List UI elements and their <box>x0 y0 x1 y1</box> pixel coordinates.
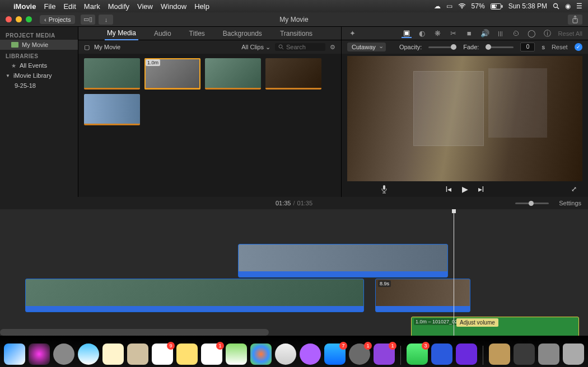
dock-contacts-icon[interactable] <box>127 344 148 365</box>
dock-maps-icon[interactable] <box>226 344 247 365</box>
dock-preferences-icon[interactable]: 1 <box>349 344 370 365</box>
menu-help[interactable]: Help <box>194 2 209 11</box>
volume-icon[interactable]: 🔊 <box>480 29 490 38</box>
tab-backgrounds[interactable]: Backgrounds <box>221 27 264 40</box>
close-window-button[interactable] <box>6 16 12 22</box>
stabilize-icon[interactable]: ■ <box>464 29 474 38</box>
menu-edit[interactable]: Edit <box>63 2 76 11</box>
sidebar-item-project[interactable]: My Movie <box>0 40 78 50</box>
dock-finder-icon[interactable] <box>4 344 25 365</box>
reset-button[interactable]: Reset <box>552 44 568 50</box>
dock-safari-icon[interactable] <box>78 344 99 365</box>
timeline-cutaway-clip[interactable] <box>238 244 448 277</box>
clip-filter-dropdown[interactable]: All Clips ⌄ <box>241 44 270 51</box>
clock[interactable]: Sun 5:38 PM <box>508 2 547 10</box>
media-clip[interactable] <box>265 58 321 90</box>
timeline-audio-clip[interactable]: 1.0m – 101027_025 Adjust volume <box>411 317 579 336</box>
timeline-video-clip[interactable]: 8.9s <box>375 279 470 312</box>
dock-package-icon[interactable] <box>489 344 510 365</box>
menu-window[interactable]: Window <box>161 2 186 11</box>
tab-transitions[interactable]: Transitions <box>278 27 315 40</box>
crop-icon[interactable]: ✂ <box>449 29 459 38</box>
media-clip[interactable] <box>84 58 140 90</box>
enhance-icon[interactable]: ✦ <box>347 29 357 38</box>
menu-modify[interactable]: Modify <box>108 2 129 11</box>
fullscreen-icon[interactable]: ⤢ <box>571 185 577 193</box>
dock-notes-icon[interactable] <box>102 344 124 365</box>
dock-podcasts-icon[interactable] <box>300 344 321 365</box>
back-to-projects-button[interactable]: ‹ Projects <box>40 15 75 24</box>
dock-folder-icon[interactable] <box>514 344 535 365</box>
info-icon[interactable]: ⓘ <box>543 29 553 38</box>
filter-icon[interactable]: ◯ <box>527 29 537 38</box>
menu-file[interactable]: File <box>44 2 55 11</box>
next-frame-button[interactable]: ▸I <box>478 185 484 194</box>
dock-reminders-icon[interactable]: 1 <box>201 344 222 365</box>
timeline-video-clip[interactable] <box>25 279 364 312</box>
share-button[interactable] <box>568 15 582 25</box>
zoom-slider[interactable] <box>515 203 549 204</box>
notification-center-icon[interactable]: ☰ <box>576 2 582 10</box>
wifi-icon[interactable] <box>458 3 466 9</box>
tab-titles[interactable]: Titles <box>187 27 207 40</box>
color-correction-icon[interactable]: ❋ <box>433 29 443 38</box>
timeline-settings-button[interactable]: Settings <box>559 200 581 206</box>
dock-calendar-icon[interactable]: 9 <box>152 344 173 365</box>
minimize-window-button[interactable] <box>16 16 22 22</box>
dock-messages-icon[interactable]: 3 <box>407 344 428 365</box>
fade-slider[interactable] <box>486 46 514 48</box>
speed-icon[interactable]: ⏲ <box>511 29 521 38</box>
battery-icon[interactable] <box>491 3 503 10</box>
siri-icon[interactable]: ◉ <box>565 2 571 10</box>
tab-audio[interactable]: Audio <box>152 27 174 40</box>
noise-reduction-icon[interactable]: ⫼ <box>496 29 506 38</box>
dock-itunes-icon[interactable] <box>275 344 296 365</box>
preview-viewport[interactable] <box>347 56 582 181</box>
sidebar-toggle-icon[interactable]: ▢ <box>84 44 90 51</box>
sidebar-item-event[interactable]: 9-25-18 <box>0 81 78 91</box>
search-field[interactable] <box>275 43 325 51</box>
sidebar-item-all-events[interactable]: ★ All Events <box>0 60 78 70</box>
timeline-scrollbar[interactable] <box>0 329 269 336</box>
disclosure-triangle-icon[interactable]: ▼ <box>6 73 10 78</box>
fade-value[interactable]: 0 <box>520 43 535 51</box>
dock-siri-icon[interactable] <box>29 344 50 365</box>
play-button[interactable]: ▶ <box>462 185 468 194</box>
dock-trash-icon[interactable] <box>563 344 584 365</box>
fullscreen-window-button[interactable] <box>26 16 32 22</box>
media-clip[interactable] <box>84 94 140 125</box>
app-name[interactable]: iMovie <box>13 2 36 11</box>
media-clip[interactable] <box>205 58 261 90</box>
import-button[interactable]: ↓ <box>99 15 113 25</box>
timeline[interactable]: 8.9s 1.0m – 101027_025 Adjust volume ♫ <box>0 209 588 336</box>
menu-mark[interactable]: Mark <box>84 2 100 11</box>
apply-check-button[interactable]: ✓ <box>575 43 582 51</box>
voiceover-icon[interactable] <box>381 185 388 194</box>
dock-photos-icon[interactable] <box>250 344 272 365</box>
tab-my-media[interactable]: My Media <box>105 27 138 40</box>
dock-appstore-icon[interactable]: 7 <box>324 344 346 365</box>
spotlight-icon[interactable] <box>553 3 559 10</box>
prev-frame-button[interactable]: I◂ <box>446 185 452 194</box>
playhead[interactable] <box>454 209 454 336</box>
dock-word-icon[interactable] <box>431 344 452 365</box>
dock-onenote-icon[interactable]: 1 <box>374 344 395 365</box>
airplay-icon[interactable]: ▭ <box>446 2 452 10</box>
overlay-type-dropdown[interactable]: Cutaway <box>347 43 386 51</box>
dock-imovie-icon[interactable] <box>456 344 477 365</box>
dock-stickies-icon[interactable] <box>176 344 198 365</box>
color-balance-icon[interactable]: ◐ <box>417 29 427 38</box>
battery-percent[interactable]: 57% <box>472 2 485 10</box>
media-clip[interactable]: 1.0m <box>144 58 200 90</box>
search-input[interactable] <box>286 44 320 50</box>
menu-view[interactable]: View <box>137 2 153 11</box>
weather-icon[interactable]: ☁ <box>434 2 441 10</box>
dock-launchpad-icon[interactable] <box>53 344 74 365</box>
reset-all-button[interactable]: Reset All <box>558 30 582 37</box>
opacity-slider[interactable] <box>428 46 456 48</box>
sidebar-item-library[interactable]: ▼ iMovie Library <box>0 70 78 81</box>
layout-toggle-button[interactable]: ▭▯ <box>81 15 95 25</box>
gear-icon[interactable]: ⚙ <box>330 44 335 51</box>
overlay-icon[interactable]: ▣ <box>402 29 412 38</box>
dock-drive-icon[interactable] <box>538 344 559 365</box>
